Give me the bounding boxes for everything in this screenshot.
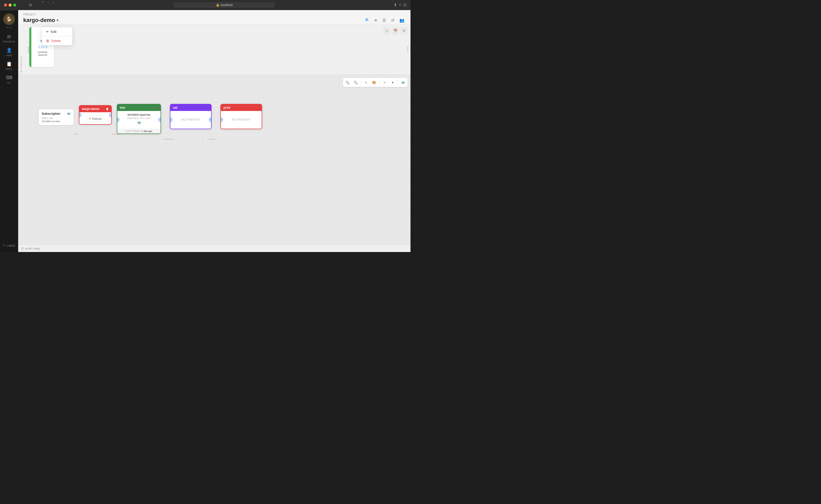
checkmark-button[interactable]: ✓ [381,79,388,86]
prod-stage-title: prod [223,106,230,109]
minimize-button[interactable] [9,4,12,7]
uat-stage-body: NO FREIGHT [170,111,211,129]
prod-left-connector [220,118,223,122]
test-stage-header: test ✓ ♥ [117,104,161,111]
uat-no-freight: NO FREIGHT [173,113,209,126]
last-promo-label: LAST PROMO: [126,130,141,132]
users-button[interactable]: 👥 [398,17,405,24]
prod-stage-node: prod NO FREIGHT [220,104,262,129]
docs-label: DOCS [6,68,12,70]
sidebar-item-cli[interactable]: ⌨ CLI [0,73,18,86]
history-button[interactable]: ↺ [390,17,395,24]
edit-menu-item[interactable]: ✏ Edit [42,27,72,36]
right-connector [109,113,112,117]
url-text: localhost [221,3,233,7]
address-bar[interactable]: 🔒 localhost [174,2,275,8]
logo: 🐕 [3,13,15,25]
last-promo-value: 1 day ago [142,130,152,132]
project-name: kargo-demo [23,17,55,24]
logout-icon: ↪ [3,244,5,247]
uat-left-connector [170,118,172,122]
sidebar-bottom: ↪ Logout [0,242,18,249]
dropdown-arrow-icon: ▾ [57,18,58,22]
sidebar-nav: ⊞ PROJECTS 👤 USER 📋 DOCS ⌨ CLI [0,32,18,241]
forward-button[interactable]: › [52,0,55,10]
maximize-button[interactable] [13,4,16,7]
kargo-node-header: kargo-demo 🗑 [79,106,111,112]
sidebar-item-user[interactable]: 👤 USER [0,45,18,59]
heart-icon: ♥ [156,106,158,109]
share-icon[interactable]: ⬆ [394,3,397,7]
status-bar: ⊡ scroll / drag [18,244,411,252]
refresh-button[interactable]: ↺ Refresh [86,116,104,122]
cli-label: CLI [7,81,11,84]
version-label: v1.2.2 [6,26,12,29]
kargo-node-body: ↺ Refresh [79,112,111,124]
logout-button[interactable]: ↪ Logout [0,242,18,249]
list-view-button[interactable]: ☰ [381,17,387,24]
sidebar: 🐕 v1.2.2 ⊞ PROJECTS 👤 USER 📋 DOCS ⌨ CLI [0,10,18,252]
close-button[interactable] [4,4,7,7]
logo-area: 🐕 v1.2.2 [3,13,15,29]
sidebar-toggle[interactable]: ⊟ [21,0,39,10]
refresh-icon: ↺ [89,117,91,120]
project-label: PROJECT [23,13,405,16]
color-button[interactable]: 🎨 [371,79,378,86]
prod-no-freight: NO FREIGHT [223,113,259,126]
settings-tool-button[interactable]: ✕ [400,27,407,34]
projects-label: PROJECTS [3,40,15,43]
expand-tool-button[interactable]: ⤡ [383,27,390,34]
freight-section-label: ⊞ FREIGHT [18,24,24,75]
new-tab-icon[interactable]: + [399,3,401,7]
test-created: CREATED 1 DAY AGO [120,117,158,120]
freight-content: NEW ⋮ 🐳 1.27.3 wrinkled-sparrow ⤡ 📅 ✕ [24,24,411,75]
pipeline-section[interactable]: 🔍 🔍 ⤡ 🎨 ✓ ▾ 🐳 [18,75,411,252]
app-header: PROJECT kargo-demo ▾ ✳ ☰ ↺ 👥 [18,10,411,24]
docker-button[interactable]: 🐳 [399,79,406,86]
checkmark-icon: ✓ [153,106,155,109]
freight-section: ⊞ FREIGHT NEW ⋮ 🐳 1.27.3 wrinkled-sparro… [18,24,411,75]
user-label: USER [6,54,12,57]
delete-label: Delete [51,39,61,43]
lock-icon: 🔒 [216,3,220,7]
cli-icon: ⌨ [6,75,12,80]
subscription-title: Subscription 🐳 [42,112,71,116]
fit-view-button[interactable]: ⤡ [362,79,370,86]
sidebar-item-docs[interactable]: 📋 DOCS [0,59,18,72]
kargo-trash-icon: 🗑 [106,107,109,110]
uat-right-connector [209,118,212,122]
logout-label: Logout [7,244,15,247]
asterisk-button[interactable]: ✳ [373,17,378,24]
delete-menu-item[interactable]: 🗑 Delete [42,36,72,45]
prod-stage-header: prod [221,104,262,111]
pipeline-tools: 🔍 🔍 ⤡ 🎨 ✓ ▾ 🐳 [343,78,407,87]
left-connector [79,113,81,117]
subscription-docker-icon: 🐳 [66,112,71,116]
prod-stage-body: NO FREIGHT [221,111,262,129]
project-title[interactable]: kargo-demo ▾ [23,17,58,24]
zoom-in-button[interactable]: 🔍 [352,79,359,86]
uat-stage-header: uat [170,104,211,111]
header-actions: ✳ ☰ ↺ 👥 [363,16,405,24]
back-button[interactable]: ‹ [47,0,50,10]
calendar-tool-button[interactable]: 📅 [392,27,399,34]
browser-chrome: ⊟ ▾ ‹ › 🔒 localhost ⬆ + ⊡ [0,0,411,10]
chevron-down-icon[interactable]: ▾ [41,0,45,10]
browser-actions: ⬆ + ⊡ [394,3,406,7]
edit-icon: ✏ [46,30,49,34]
test-stage-footer: LAST PROMO: 1 day ago [117,129,161,133]
network-view-button[interactable] [363,16,370,24]
sidebar-item-projects[interactable]: ⊞ PROJECTS [0,32,18,45]
freight-card-name: wrinkled-sparrow [33,51,52,56]
tool-divider-1 [361,79,361,85]
zoom-out-button[interactable]: 🔍 [344,79,351,86]
kargo-demo-node: kargo-demo 🗑 ↺ Refresh [79,105,112,125]
windows-icon[interactable]: ⊡ [403,3,406,7]
test-docker-icon: 🐳 [120,121,158,125]
filter-dropdown-button[interactable]: ▾ [389,79,396,86]
test-right-connector [158,118,161,122]
user-icon: 👤 [6,48,12,53]
edit-label: Edit [51,30,56,34]
projects-icon: ⊞ [7,34,11,39]
main-content: PROJECT kargo-demo ▾ ✳ ☰ ↺ 👥 [18,10,411,252]
